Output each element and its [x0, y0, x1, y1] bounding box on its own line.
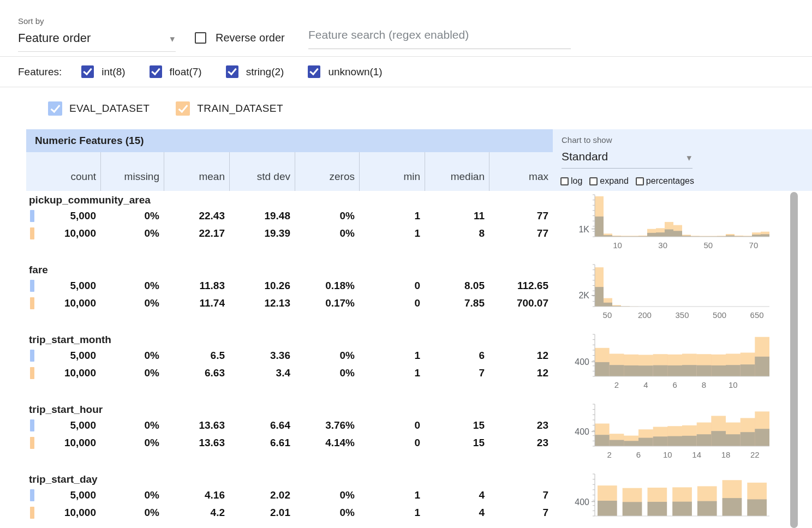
- checkbox-unchecked-icon[interactable]: [636, 177, 644, 185]
- chart-toggle[interactable]: log: [560, 176, 582, 186]
- reverse-order-toggle[interactable]: Reverse order: [195, 32, 285, 44]
- checkbox-unchecked-icon[interactable]: [560, 177, 569, 185]
- feature-type-filters: int(8)float(7)string(2)unknown(1): [81, 65, 382, 78]
- stat-cell: 7: [489, 507, 553, 519]
- chart-toggle[interactable]: expand: [589, 176, 629, 186]
- stat-cell: 0%: [100, 227, 164, 239]
- dataset-label: EVAL_DATASET: [69, 103, 150, 115]
- sort-order-select[interactable]: Feature order ▾: [18, 31, 176, 52]
- checkbox-unchecked-icon[interactable]: [589, 177, 598, 185]
- stat-cell: 5,000: [26, 489, 100, 501]
- stat-row-train: 10,0000%11.7412.130.17%07.85700.07: [26, 295, 553, 312]
- dataset-toggle[interactable]: TRAIN_DATASET: [176, 101, 283, 116]
- stat-cell: 77: [489, 227, 553, 239]
- stat-cell: 4: [425, 489, 489, 501]
- svg-text:2: 2: [607, 450, 612, 459]
- stat-cell: 3.76%: [295, 419, 359, 431]
- stat-cell: 5,000: [26, 419, 100, 431]
- dataset-checkbox-icon[interactable]: [48, 101, 62, 116]
- svg-text:1K: 1K: [578, 225, 589, 234]
- eval-swatch: [30, 419, 34, 431]
- column-header: median: [425, 152, 489, 191]
- checkbox-checked-icon[interactable]: [150, 65, 162, 78]
- stat-cell: 7: [489, 489, 553, 501]
- chart-toggles: logexpandpercentages: [560, 176, 694, 186]
- stat-cell: 23: [489, 419, 553, 431]
- feature-type-filter[interactable]: int(8): [81, 65, 125, 78]
- svg-text:18: 18: [721, 450, 731, 459]
- feature-type-filter[interactable]: string(2): [226, 65, 284, 78]
- chart-toggle-label: percentages: [646, 176, 694, 186]
- chart-type-select[interactable]: Standard ▾: [562, 150, 692, 169]
- feature-row: fare5,0000%11.8310.260.18%08.05112.6510,…: [0, 261, 812, 331]
- stat-cell: 0%: [295, 367, 359, 379]
- stat-cell: 15: [425, 419, 489, 431]
- feature-name: trip_start_month: [26, 331, 553, 347]
- checkbox-checked-icon[interactable]: [81, 65, 94, 78]
- stat-cell: 0: [359, 280, 425, 292]
- stat-cell: 700.07: [489, 297, 553, 309]
- feature-type-filter[interactable]: float(7): [150, 65, 202, 78]
- stat-cell: 112.65: [489, 280, 553, 292]
- feature-stats: fare5,0000%11.8310.260.18%08.05112.6510,…: [26, 261, 553, 312]
- dataset-checkbox-icon[interactable]: [176, 101, 190, 116]
- chart-toggle-label: log: [571, 176, 582, 186]
- svg-text:400: 400: [575, 427, 589, 436]
- svg-text:2K: 2K: [578, 291, 589, 300]
- stat-cell: 4.14%: [295, 437, 359, 449]
- histogram-svg: 400246810: [570, 332, 772, 392]
- checkbox-checked-icon[interactable]: [308, 65, 320, 78]
- stat-cell: 13.63: [164, 437, 229, 449]
- stat-cell: 12.13: [229, 297, 295, 309]
- scrollbar-thumb[interactable]: [790, 192, 798, 528]
- dataset-toggle[interactable]: EVAL_DATASET: [48, 101, 150, 116]
- stat-cell: 77: [489, 210, 553, 222]
- feature-stats: trip_start_month5,0000%6.53.360%161210,0…: [26, 331, 553, 382]
- table-title: Numeric Features (15): [26, 129, 553, 152]
- stat-cell: 0%: [295, 227, 359, 239]
- stat-cell: 3.36: [229, 350, 295, 362]
- svg-text:10: 10: [613, 241, 622, 250]
- sort-by-label: Sort by: [18, 16, 44, 26]
- histogram-svg: 2K50200350500650: [570, 262, 772, 322]
- column-header: missing: [100, 152, 164, 191]
- stat-cell: 0%: [295, 507, 359, 519]
- feature-row: trip_start_hour5,0000%13.636.643.76%0152…: [0, 400, 812, 470]
- histogram-svg: 1K10305070: [570, 192, 772, 252]
- stat-row-train: 10,0000%22.1719.390%1877: [26, 225, 553, 242]
- reverse-order-checkbox[interactable]: [195, 32, 206, 44]
- feature-type-label: string(2): [246, 66, 284, 78]
- stat-cell: 22.17: [164, 227, 229, 239]
- dataset-label: TRAIN_DATASET: [197, 103, 283, 115]
- svg-text:10: 10: [663, 450, 672, 459]
- feature-histogram: 4002610141822: [570, 401, 772, 464]
- column-headers: countmissingmeanstd devzerosminmedianmax: [26, 152, 553, 191]
- feature-name: trip_start_hour: [26, 400, 553, 417]
- stat-cell: 10.26: [229, 280, 295, 292]
- feature-histogram: 1K10305070: [570, 192, 772, 254]
- feature-type-filter[interactable]: unknown(1): [308, 65, 382, 78]
- stat-cell: 6.61: [229, 437, 295, 449]
- stat-cell: 1: [359, 350, 425, 362]
- column-header: zeros: [295, 152, 359, 191]
- checkbox-checked-icon[interactable]: [226, 65, 238, 78]
- stat-cell: 22.43: [164, 210, 229, 222]
- feature-row: trip_start_day5,0000%4.162.020%14710,000…: [0, 470, 812, 528]
- column-header: mean: [164, 152, 229, 191]
- stat-cell: 19.48: [229, 210, 295, 222]
- feature-type-label: unknown(1): [328, 66, 382, 78]
- svg-text:70: 70: [749, 241, 759, 250]
- train-swatch: [30, 437, 34, 449]
- feature-search-input[interactable]: [308, 28, 571, 49]
- svg-text:6: 6: [673, 380, 677, 389]
- feature-row: pickup_community_area5,0000%22.4319.480%…: [0, 191, 812, 261]
- stat-row-train: 10,0000%6.633.40%1712: [26, 364, 553, 382]
- stat-cell: 1: [359, 489, 425, 501]
- chart-controls-panel: Chart to show Standard ▾ logexpandpercen…: [553, 129, 812, 191]
- chart-toggle[interactable]: percentages: [636, 176, 694, 186]
- stat-cell: 1: [359, 210, 425, 222]
- stat-cell: 23: [489, 437, 553, 449]
- stat-cell: 8.05: [425, 280, 489, 292]
- toolbar: Sort by Feature order ▾ Reverse order: [0, 0, 812, 57]
- dataset-legend: EVAL_DATASETTRAIN_DATASET: [0, 87, 812, 129]
